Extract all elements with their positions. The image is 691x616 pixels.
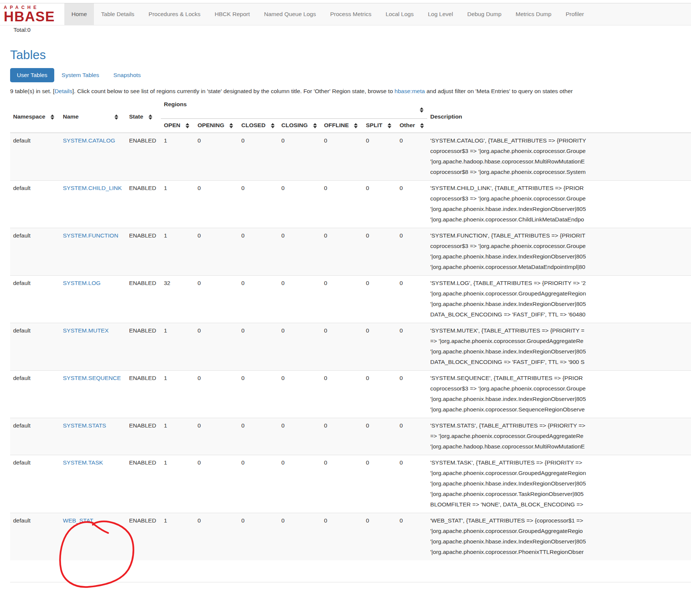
region-count-split[interactable]: 0 <box>366 517 369 524</box>
region-count-closed[interactable]: 0 <box>241 185 245 191</box>
region-count-opening[interactable]: 0 <box>198 375 201 381</box>
region-count-open[interactable]: 1 <box>164 517 167 524</box>
table-name-link[interactable]: SYSTEM.FUNCTION <box>63 232 118 239</box>
region-count-opening[interactable]: 0 <box>198 280 201 286</box>
region-count-offline[interactable]: 0 <box>324 280 327 286</box>
hbase-meta-link[interactable]: hbase:meta <box>395 88 425 94</box>
region-count-closed[interactable]: 0 <box>241 459 245 466</box>
nav-item-hbck-report[interactable]: HBCK Report <box>208 3 257 25</box>
region-count-opening[interactable]: 0 <box>198 422 201 429</box>
region-count-opening[interactable]: 0 <box>198 232 201 239</box>
region-count-closing[interactable]: 0 <box>281 327 285 334</box>
sort-icon[interactable] <box>114 114 118 120</box>
sort-icon[interactable] <box>354 123 358 128</box>
region-count-opening[interactable]: 0 <box>198 459 201 466</box>
nav-item-profiler[interactable]: Profiler <box>559 3 591 25</box>
region-count-open[interactable]: 1 <box>164 459 167 466</box>
column-header-offline[interactable]: OFFLINE <box>321 119 363 133</box>
nav-item-home[interactable]: Home <box>64 3 94 25</box>
sort-icon[interactable] <box>51 114 54 120</box>
region-count-opening[interactable]: 0 <box>198 517 201 524</box>
sort-icon[interactable] <box>420 107 424 113</box>
nav-item-process-metrics[interactable]: Process Metrics <box>323 3 378 25</box>
region-count-other[interactable]: 0 <box>400 232 403 239</box>
region-count-closing[interactable]: 0 <box>281 459 285 466</box>
table-name-link[interactable]: SYSTEM.TASK <box>63 459 103 466</box>
region-count-closed[interactable]: 0 <box>241 137 245 144</box>
details-link[interactable]: Details <box>55 88 72 94</box>
table-name-link[interactable]: SYSTEM.SEQUENCE <box>63 375 121 381</box>
region-count-open[interactable]: 1 <box>164 327 167 334</box>
column-header-split[interactable]: SPLIT <box>363 119 397 133</box>
region-count-other[interactable]: 0 <box>400 327 403 334</box>
column-header-other[interactable]: Other <box>397 119 427 133</box>
region-count-closed[interactable]: 0 <box>241 232 245 239</box>
region-count-offline[interactable]: 0 <box>324 459 327 466</box>
tab-user-tables[interactable]: User Tables <box>10 68 54 82</box>
region-count-offline[interactable]: 0 <box>324 185 327 191</box>
nav-item-table-details[interactable]: Table Details <box>94 3 141 25</box>
region-count-split[interactable]: 0 <box>366 375 369 381</box>
column-header-namespace[interactable]: Namespace <box>10 101 60 133</box>
sort-icon[interactable] <box>388 123 391 128</box>
region-count-other[interactable]: 0 <box>400 375 403 381</box>
hbase-logo[interactable]: APACHE HBASE <box>0 3 64 25</box>
table-name-link[interactable]: WEB_STAT <box>63 517 93 524</box>
region-count-other[interactable]: 0 <box>400 280 403 286</box>
region-count-offline[interactable]: 0 <box>324 517 327 524</box>
region-count-split[interactable]: 0 <box>366 327 369 334</box>
region-count-other[interactable]: 0 <box>400 459 403 466</box>
region-count-closing[interactable]: 0 <box>281 232 285 239</box>
table-name-link[interactable]: SYSTEM.CATALOG <box>63 137 115 144</box>
region-count-split[interactable]: 0 <box>366 185 369 191</box>
region-count-closing[interactable]: 0 <box>281 137 285 144</box>
nav-item-local-logs[interactable]: Local Logs <box>379 3 421 25</box>
column-header-regions[interactable]: Regions <box>161 101 427 119</box>
region-count-split[interactable]: 0 <box>366 232 369 239</box>
region-count-other[interactable]: 0 <box>400 517 403 524</box>
region-count-other[interactable]: 0 <box>400 185 403 191</box>
nav-item-metrics-dump[interactable]: Metrics Dump <box>508 3 559 25</box>
region-count-split[interactable]: 0 <box>366 422 369 429</box>
column-header-closed[interactable]: CLOSED <box>238 119 278 133</box>
region-count-closing[interactable]: 0 <box>281 422 285 429</box>
region-count-closed[interactable]: 0 <box>241 327 245 334</box>
sort-icon[interactable] <box>420 123 424 128</box>
region-count-closing[interactable]: 0 <box>281 375 285 381</box>
sort-icon[interactable] <box>271 123 275 128</box>
nav-item-procedures-locks[interactable]: Procedures & Locks <box>141 3 208 25</box>
table-name-link[interactable]: SYSTEM.LOG <box>63 280 101 286</box>
region-count-offline[interactable]: 0 <box>324 137 327 144</box>
region-count-offline[interactable]: 0 <box>324 422 327 429</box>
region-count-closed[interactable]: 0 <box>241 280 245 286</box>
region-count-closing[interactable]: 0 <box>281 185 285 191</box>
sort-icon[interactable] <box>229 123 233 128</box>
region-count-open[interactable]: 1 <box>164 137 167 144</box>
region-count-split[interactable]: 0 <box>366 280 369 286</box>
region-count-open[interactable]: 1 <box>164 185 167 191</box>
sort-icon[interactable] <box>313 123 317 128</box>
region-count-open[interactable]: 1 <box>164 422 167 429</box>
sort-icon[interactable] <box>186 123 189 128</box>
region-count-closing[interactable]: 0 <box>281 517 285 524</box>
table-name-link[interactable]: SYSTEM.STATS <box>63 422 106 429</box>
region-count-open[interactable]: 1 <box>164 375 167 381</box>
region-count-open[interactable]: 32 <box>164 280 170 286</box>
region-count-closing[interactable]: 0 <box>281 280 285 286</box>
region-count-closed[interactable]: 0 <box>241 517 245 524</box>
region-count-other[interactable]: 0 <box>400 422 403 429</box>
region-count-offline[interactable]: 0 <box>324 232 327 239</box>
region-count-offline[interactable]: 0 <box>324 327 327 334</box>
region-count-split[interactable]: 0 <box>366 459 369 466</box>
region-count-opening[interactable]: 0 <box>198 185 201 191</box>
sort-icon[interactable] <box>149 114 152 120</box>
column-header-state[interactable]: State <box>126 101 161 133</box>
table-name-link[interactable]: SYSTEM.CHILD_LINK <box>63 185 122 191</box>
tab-system-tables[interactable]: System Tables <box>55 68 106 82</box>
column-header-name[interactable]: Name <box>60 101 126 133</box>
column-header-opening[interactable]: OPENING <box>195 119 238 133</box>
region-count-split[interactable]: 0 <box>366 137 369 144</box>
region-count-other[interactable]: 0 <box>400 137 403 144</box>
tab-snapshots[interactable]: Snapshots <box>107 68 147 82</box>
column-header-description[interactable]: Description <box>427 101 691 133</box>
